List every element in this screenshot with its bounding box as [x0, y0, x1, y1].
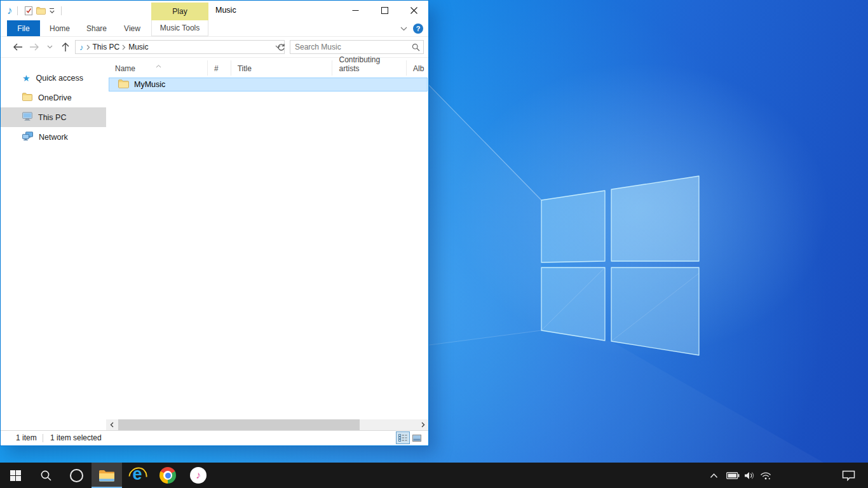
network-wifi-icon[interactable]	[757, 463, 774, 488]
file-list-pane: Name # Title Contributing artists Alb My…	[106, 58, 428, 430]
music-note-icon: ♪	[7, 5, 13, 16]
up-button[interactable]	[58, 39, 73, 55]
tab-music-tools[interactable]: Music Tools	[151, 20, 208, 36]
quick-access-toolbar: ♪	[7, 1, 66, 20]
chrome-icon	[159, 467, 176, 484]
breadcrumb-music[interactable]: Music	[126, 43, 151, 51]
item-count: 1 item	[16, 433, 37, 442]
close-button[interactable]	[399, 1, 428, 20]
battery-icon[interactable]	[724, 463, 741, 488]
file-explorer-window: ♪ Play Music	[0, 0, 429, 446]
column-header-number[interactable]: #	[208, 60, 231, 76]
sidebar-item-this-pc[interactable]: This PC	[1, 107, 106, 127]
volume-speaker-icon[interactable]	[741, 463, 757, 488]
tab-home[interactable]: Home	[45, 20, 74, 36]
maximize-button[interactable]	[370, 1, 399, 20]
star-icon: ★	[22, 74, 31, 83]
windows-logo-icon	[10, 470, 21, 481]
window-title: Music	[215, 6, 236, 15]
column-headers: Name # Title Contributing artists Alb	[106, 60, 428, 76]
sort-ascending-chevron-up-icon	[156, 61, 161, 70]
search-input[interactable]	[290, 41, 423, 53]
music-note-icon: ♪	[190, 467, 207, 484]
column-header-contributing-artists[interactable]: Contributing artists	[332, 60, 407, 76]
scrollbar-track[interactable]	[117, 419, 417, 430]
column-header-title[interactable]: Title	[231, 60, 333, 76]
forward-button[interactable]	[27, 39, 42, 55]
scroll-left-chevron-left-icon[interactable]	[106, 419, 117, 430]
ie-icon: e	[128, 466, 147, 485]
expand-ribbon-chevron-down-icon[interactable]	[400, 24, 407, 33]
tab-view[interactable]: View	[119, 20, 146, 36]
music-note-icon: ♪	[79, 43, 84, 51]
new-folder-icon[interactable]	[35, 4, 48, 18]
taskbar-search-button[interactable]	[31, 463, 61, 488]
sidebar-item-quick-access[interactable]: ★ Quick access	[1, 68, 106, 88]
action-center-notification-bubble-icon[interactable]	[840, 463, 857, 488]
caption-buttons	[341, 1, 428, 20]
properties-check-icon[interactable]	[22, 4, 35, 18]
minimize-button[interactable]	[341, 1, 370, 20]
taskbar: e ♪	[0, 463, 868, 488]
magnifier-icon	[40, 470, 52, 482]
help-button[interactable]: ?	[413, 24, 423, 34]
back-button[interactable]	[10, 39, 25, 55]
scroll-right-chevron-right-icon[interactable]	[417, 419, 428, 430]
selection-count: 1 item selected	[50, 433, 102, 442]
large-icons-view-button[interactable]	[410, 431, 424, 444]
folder-icon	[118, 79, 129, 90]
cortana-button[interactable]	[61, 463, 92, 488]
folder-icon	[98, 469, 115, 482]
navigation-pane: ★ Quick access OneDrive This PC Network	[1, 58, 106, 430]
sidebar-item-network[interactable]: Network	[1, 127, 106, 147]
tab-file[interactable]: File	[7, 20, 40, 36]
tab-share[interactable]: Share	[82, 20, 111, 36]
hidden-icons-chevron-up-icon[interactable]	[705, 463, 722, 488]
recent-locations-chevron-down-icon[interactable]	[44, 39, 55, 55]
taskbar-internet-explorer-button[interactable]: e	[122, 463, 153, 488]
network-icon	[22, 132, 33, 142]
divider	[17, 6, 18, 15]
taskbar-file-explorer-button[interactable]	[92, 463, 122, 488]
address-bar[interactable]: ♪ This PC Music	[75, 40, 285, 54]
refresh-icon[interactable]	[275, 41, 287, 53]
play-tab-label: Play	[172, 7, 187, 16]
view-toggles	[396, 431, 424, 444]
column-header-name[interactable]: Name	[109, 60, 208, 76]
search-box	[290, 40, 424, 54]
folder-icon	[22, 93, 32, 103]
scrollbar-thumb[interactable]	[118, 419, 360, 430]
horizontal-scrollbar	[106, 419, 428, 430]
divider	[43, 434, 43, 442]
magnifier-icon[interactable]	[412, 43, 420, 53]
taskbar-chrome-button[interactable]	[153, 463, 183, 488]
divider	[61, 6, 62, 15]
file-list-empty-area[interactable]	[106, 92, 428, 419]
taskbar-itunes-button[interactable]: ♪	[183, 463, 214, 488]
status-bar: 1 item 1 item selected	[1, 430, 428, 445]
file-row-mymusic[interactable]: MyMusic	[109, 78, 428, 92]
file-name: MyMusic	[134, 80, 165, 89]
monitor-icon	[22, 112, 32, 123]
customize-qat-chevron-down-icon[interactable]	[48, 4, 57, 18]
details-view-button[interactable]	[396, 431, 410, 444]
ribbon-tabs: File Home Share View Music Tools ?	[1, 20, 428, 37]
circle-icon	[70, 469, 83, 482]
contextual-tab-play[interactable]: Play	[151, 3, 208, 20]
title-bar[interactable]: ♪ Play Music	[1, 1, 428, 20]
column-header-album[interactable]: Alb	[407, 60, 428, 76]
breadcrumb-this-pc[interactable]: This PC	[90, 43, 123, 51]
sidebar-item-onedrive[interactable]: OneDrive	[1, 88, 106, 107]
start-button[interactable]	[0, 463, 31, 488]
